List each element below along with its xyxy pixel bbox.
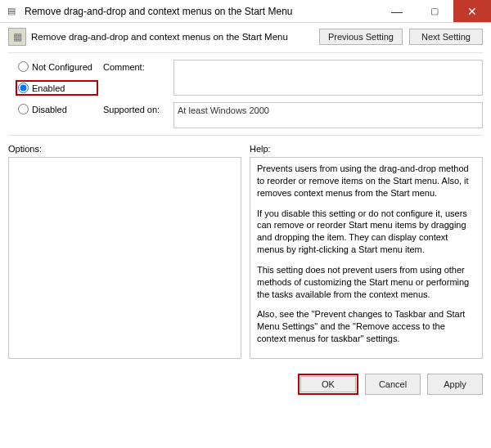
separator-2: [8, 135, 483, 136]
help-paragraph: Prevents users from using the drag-and-d…: [257, 163, 475, 199]
radio-enabled-label: Enabled: [32, 83, 65, 93]
options-panel: [8, 157, 241, 359]
help-panel[interactable]: Prevents users from using the drag-and-d…: [250, 157, 483, 359]
minimize-button[interactable]: —: [378, 0, 416, 22]
footer: OK Cancel Apply: [0, 367, 491, 403]
nav-buttons: Previous Setting Next Setting: [319, 29, 483, 45]
ok-button[interactable]: OK: [300, 376, 356, 392]
radio-not-configured[interactable]: Not Configured: [18, 61, 98, 72]
radio-disabled-input[interactable]: [18, 104, 29, 114]
apply-button[interactable]: Apply: [427, 374, 483, 395]
split-panels: Options: Help: Prevents users from using…: [8, 144, 483, 359]
options-label: Options:: [8, 144, 241, 154]
separator: [8, 52, 483, 53]
help-paragraph: If you disable this setting or do not co…: [257, 208, 475, 256]
previous-setting-button[interactable]: Previous Setting: [319, 29, 403, 45]
content-area: ▦ Remove drag-and-drop and context menus…: [0, 23, 491, 367]
options-column: Options:: [8, 144, 241, 359]
close-button[interactable]: ✕: [453, 0, 491, 22]
help-paragraph: This setting does not prevent users from…: [257, 264, 475, 301]
settings-grid: Not Configured Enabled Disabled Comment:…: [8, 60, 483, 128]
radio-enabled-input[interactable]: [18, 83, 29, 93]
radio-disabled-label: Disabled: [32, 105, 67, 114]
help-column: Help: Prevents users from using the drag…: [250, 144, 483, 359]
app-icon: ▤: [0, 0, 23, 22]
window-buttons: — ▢ ✕: [378, 0, 491, 22]
ok-highlight: OK: [298, 374, 358, 395]
radio-disabled[interactable]: Disabled: [18, 104, 98, 114]
supported-label: Supported on:: [103, 102, 169, 114]
policy-icon: ▦: [8, 28, 26, 46]
policy-title: Remove drag-and-drop and context menus o…: [31, 32, 314, 42]
titlebar: ▤ Remove drag-and-drop and context menus…: [0, 0, 491, 23]
maximize-button[interactable]: ▢: [416, 0, 453, 22]
header-row: ▦ Remove drag-and-drop and context menus…: [8, 28, 483, 46]
supported-textarea: At least Windows 2000: [173, 102, 483, 128]
radio-not-configured-input[interactable]: [18, 61, 29, 72]
cancel-button[interactable]: Cancel: [365, 374, 421, 395]
next-setting-button[interactable]: Next Setting: [409, 29, 483, 45]
radio-enabled[interactable]: Enabled: [16, 80, 98, 96]
state-radios: Not Configured Enabled Disabled: [8, 60, 98, 114]
radio-not-configured-label: Not Configured: [32, 62, 92, 72]
comment-textarea[interactable]: [173, 60, 483, 96]
window-title: Remove drag-and-drop and context menus o…: [23, 0, 378, 22]
help-label: Help:: [250, 144, 483, 154]
help-paragraph: Also, see the "Prevent changes to Taskba…: [257, 308, 475, 345]
comment-label: Comment:: [103, 60, 169, 72]
